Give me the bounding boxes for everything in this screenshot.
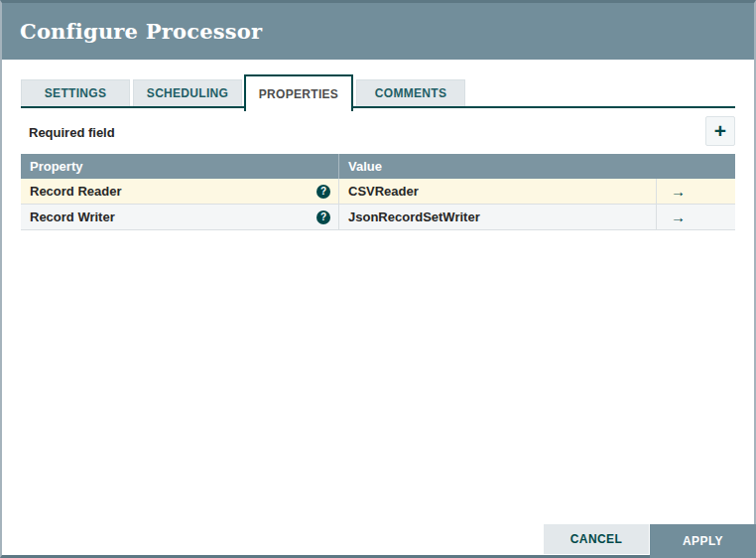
property-name: Record Writer <box>30 209 115 224</box>
property-value: CSVReader <box>348 184 419 199</box>
value-cell[interactable]: CSVReader <box>338 179 656 204</box>
tab-comments[interactable]: COMMENTS <box>356 79 465 107</box>
goto-service-cell: → <box>656 205 735 229</box>
table-row-record-reader[interactable]: Record Reader ? CSVReader → <box>21 179 735 205</box>
configure-processor-dialog: Configure Processor SETTINGS SCHEDULING … <box>0 0 756 558</box>
table-header-row: Property Value <box>21 154 735 179</box>
help-icon[interactable]: ? <box>316 185 330 199</box>
value-cell[interactable]: JsonRecordSetWriter <box>338 205 656 229</box>
help-icon[interactable]: ? <box>316 210 330 224</box>
dialog-header: Configure Processor <box>2 3 754 60</box>
column-header-property: Property <box>21 154 338 179</box>
tab-properties[interactable]: PROPERTIES <box>244 74 353 111</box>
property-name: Record Reader <box>30 184 121 199</box>
tab-scheduling[interactable]: SCHEDULING <box>133 79 242 107</box>
table-row-record-writer[interactable]: Record Writer ? JsonRecordSetWriter → <box>21 205 735 230</box>
goto-service-cell: → <box>656 179 735 204</box>
apply-button[interactable]: APPLY <box>650 524 756 558</box>
required-field-label: Required field <box>29 125 115 140</box>
cancel-button[interactable]: CANCEL <box>544 524 649 554</box>
tab-underline <box>21 106 735 108</box>
go-to-service-icon[interactable]: → <box>671 209 686 224</box>
tab-settings[interactable]: SETTINGS <box>21 79 130 107</box>
property-value: JsonRecordSetWriter <box>348 209 480 224</box>
dialog-title: Configure Processor <box>20 19 262 44</box>
properties-table: Property Value Record Reader ? CSVReader… <box>21 154 735 230</box>
column-header-value: Value <box>338 154 735 179</box>
plus-icon: + <box>714 120 726 141</box>
property-cell: Record Writer ? <box>21 205 338 229</box>
add-property-button[interactable]: + <box>705 116 735 146</box>
go-to-service-icon[interactable]: → <box>671 184 686 199</box>
property-cell: Record Reader ? <box>21 179 338 204</box>
